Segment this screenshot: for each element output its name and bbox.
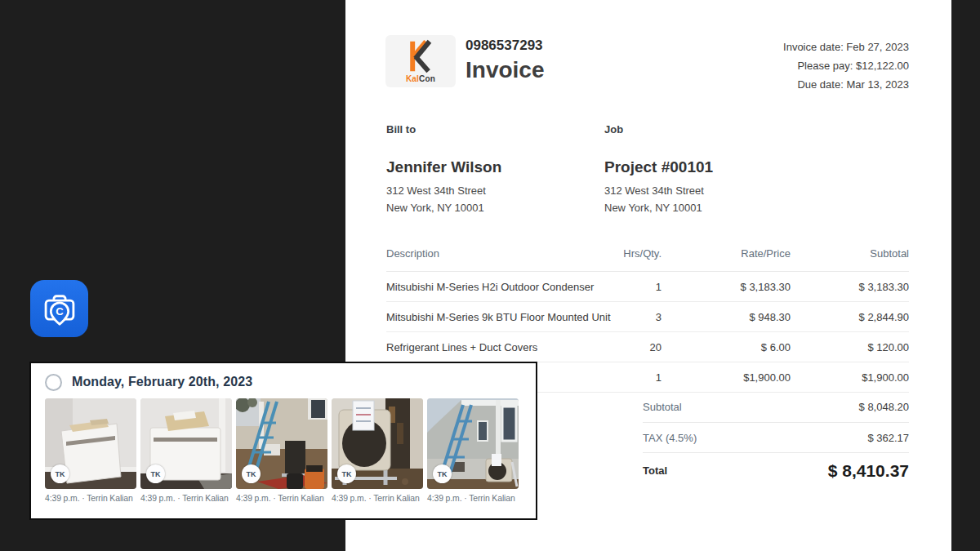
photo-card: TK 4:39 p.m. · Terrin Kalian bbox=[140, 398, 232, 503]
photo-thumbnail[interactable]: TK bbox=[140, 398, 232, 489]
header-rate: Rate/Price bbox=[662, 247, 791, 271]
table-header-row: Description Hrs/Qty. Rate/Price Subtotal bbox=[386, 247, 909, 272]
photo-time: 4:39 p.m. bbox=[332, 494, 366, 503]
bill-to-name: Jennifer Wilson bbox=[386, 158, 501, 176]
subtotal-label: Subtotal bbox=[643, 401, 682, 413]
photo-caption: 4:39 p.m. · Terrin Kalian bbox=[332, 494, 423, 503]
photo-caption: 4:39 p.m. · Terrin Kalian bbox=[427, 494, 519, 503]
please-pay: Please pay: $12,122.00 bbox=[783, 56, 909, 75]
photo-card: TK 4:39 p.m. · Terrin Kalian bbox=[236, 398, 327, 503]
tax-row: TAX (4.5%) $ 362.17 bbox=[643, 422, 909, 452]
photo-gallery-popup: Monday, February 20th, 2023 TK bbox=[29, 362, 537, 520]
photo-thumbnail[interactable]: TK bbox=[236, 398, 327, 489]
header-qty: Hrs/Qty. bbox=[612, 247, 662, 271]
row-description: Mitsubishi M-Series H2i Outdoor Condense… bbox=[386, 281, 612, 293]
bill-to-label: Bill to bbox=[386, 123, 501, 136]
photo-time: 4:39 p.m. bbox=[236, 494, 270, 503]
user-avatar-badge: TK bbox=[337, 464, 356, 483]
svg-text:C: C bbox=[56, 305, 64, 318]
invoice-date: Invoice date: Feb 27, 2023 bbox=[783, 38, 909, 56]
photo-card: TK 4:39 p.m. · Terrin Kalian bbox=[427, 398, 519, 503]
caption-separator: · bbox=[464, 494, 466, 503]
tax-value: $ 362.17 bbox=[867, 432, 909, 444]
row-qty: 1 bbox=[612, 281, 662, 293]
photo-thumbnail[interactable]: TK bbox=[45, 398, 136, 489]
user-avatar-badge: TK bbox=[433, 464, 452, 483]
photo-time: 4:39 p.m. bbox=[427, 494, 461, 503]
job-address-line2: New York, NY 10001 bbox=[604, 199, 713, 216]
total-label: Total bbox=[643, 464, 667, 477]
logo-brand-text: KalCon bbox=[406, 74, 435, 83]
subtotal-row: Subtotal $ 8,048.20 bbox=[643, 392, 909, 422]
tax-label: TAX (4.5%) bbox=[643, 432, 697, 444]
row-qty: 20 bbox=[612, 341, 662, 353]
photo-thumbnail[interactable]: TK bbox=[332, 398, 423, 489]
caption-separator: · bbox=[177, 494, 180, 503]
row-subtotal: $ 3,183.30 bbox=[791, 281, 909, 293]
invoice-number: 0986537293 bbox=[466, 38, 543, 54]
total-value: $ 8,410.37 bbox=[828, 461, 909, 481]
table-row: Mitsubishi M-Series 9k BTU Floor Mounted… bbox=[386, 302, 909, 332]
row-rate: $ 3,183.30 bbox=[662, 281, 791, 293]
subtotal-value: $ 8,048.20 bbox=[859, 401, 909, 413]
photo-card: TK 4:39 p.m. · Terrin Kalian bbox=[45, 398, 136, 503]
header-subtotal: Subtotal bbox=[791, 247, 909, 271]
gallery-date-label: Monday, February 20th, 2023 bbox=[72, 375, 252, 389]
photo-time: 4:39 p.m. bbox=[140, 494, 175, 503]
row-subtotal: $ 2,844.90 bbox=[791, 311, 909, 323]
gallery-header: Monday, February 20th, 2023 bbox=[45, 372, 522, 392]
row-description: Mitsubishi M-Series 9k BTU Floor Mounted… bbox=[386, 311, 612, 323]
row-qty: 3 bbox=[612, 311, 662, 323]
row-description: Refrigerant Lines + Duct Covers bbox=[386, 341, 612, 353]
photo-author: Terrin Kalian bbox=[182, 494, 228, 503]
photo-author: Terrin Kalian bbox=[469, 494, 514, 503]
row-subtotal: $1,900.00 bbox=[791, 371, 909, 384]
company-logo: KalCon bbox=[385, 35, 456, 87]
job-address-line1: 312 West 34th Street bbox=[604, 182, 713, 199]
header-description: Description bbox=[386, 247, 612, 271]
row-rate: $1,900.00 bbox=[662, 371, 791, 384]
photo-card: TK 4:39 p.m. · Terrin Kalian bbox=[332, 398, 423, 503]
bill-to-address: 312 West 34th Street New York, NY 10001 bbox=[386, 182, 501, 216]
photo-caption: 4:39 p.m. · Terrin Kalian bbox=[236, 494, 327, 503]
photo-author: Terrin Kalian bbox=[87, 494, 132, 503]
table-row: Refrigerant Lines + Duct Covers 20 $ 6.0… bbox=[386, 332, 909, 362]
photo-thumbnail[interactable]: TK bbox=[427, 398, 519, 489]
photo-author: Terrin Kalian bbox=[373, 494, 419, 503]
row-subtotal: $ 120.00 bbox=[791, 341, 909, 353]
grand-total-row: Total $ 8,410.37 bbox=[643, 452, 909, 488]
kalcon-k-icon bbox=[402, 39, 439, 77]
bill-to-section: Bill to Jennifer Wilson 312 West 34th St… bbox=[386, 123, 501, 216]
photo-caption: 4:39 p.m. · Terrin Kalian bbox=[140, 494, 232, 503]
job-address: 312 West 34th Street New York, NY 10001 bbox=[604, 182, 713, 216]
job-name: Project #00101 bbox=[604, 158, 713, 176]
photo-caption: 4:39 p.m. · Terrin Kalian bbox=[45, 494, 136, 503]
bill-to-address-line2: New York, NY 10001 bbox=[386, 199, 501, 216]
caption-separator: · bbox=[368, 494, 371, 503]
user-avatar-badge: TK bbox=[51, 464, 69, 483]
user-avatar-badge: TK bbox=[242, 464, 261, 483]
table-row: Mitsubishi M-Series H2i Outdoor Condense… bbox=[386, 272, 909, 302]
user-avatar-badge: TK bbox=[146, 464, 165, 483]
totals-section: Subtotal $ 8,048.20 TAX (4.5%) $ 362.17 … bbox=[643, 392, 909, 488]
due-date: Due date: Mar 13, 2023 bbox=[783, 75, 909, 94]
row-rate: $ 948.30 bbox=[662, 311, 791, 323]
invoice-title: Invoice bbox=[466, 57, 544, 83]
row-qty: 1 bbox=[612, 371, 662, 384]
companycam-camera-icon[interactable]: C bbox=[30, 280, 88, 337]
caption-separator: · bbox=[273, 494, 275, 503]
select-day-checkbox[interactable] bbox=[45, 374, 62, 391]
invoice-meta: Invoice date: Feb 27, 2023 Please pay: $… bbox=[783, 38, 909, 94]
photo-time: 4:39 p.m. bbox=[45, 494, 79, 503]
job-section: Job Project #00101 312 West 34th Street … bbox=[604, 123, 713, 216]
photo-row: TK 4:39 p.m. · Terrin Kalian bbox=[45, 398, 522, 503]
job-label: Job bbox=[604, 123, 713, 136]
caption-separator: · bbox=[82, 494, 84, 503]
row-rate: $ 6.00 bbox=[662, 341, 791, 353]
bill-to-address-line1: 312 West 34th Street bbox=[386, 182, 501, 199]
photo-author: Terrin Kalian bbox=[278, 494, 323, 503]
